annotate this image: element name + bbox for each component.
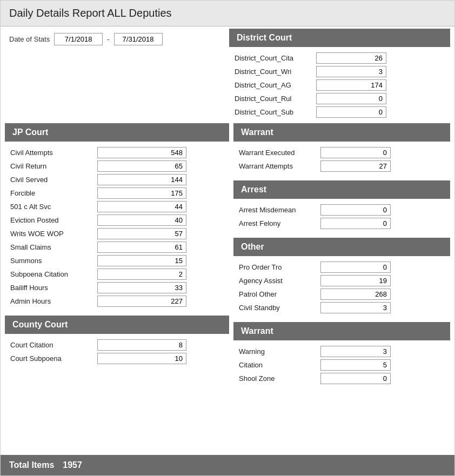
field-row: Civil Return bbox=[10, 160, 224, 172]
field-value[interactable] bbox=[97, 214, 186, 226]
field-label: Civil Attempts bbox=[10, 149, 94, 157]
footer-label: Total Items bbox=[9, 460, 54, 470]
other-body: Pro Order TroAgency AssistPatrol OtherCi… bbox=[233, 258, 450, 319]
warrant-body: Warrant ExecutedWarrant Attempts bbox=[233, 144, 450, 177]
field-label: Warning bbox=[239, 347, 317, 356]
field-label: Arrest Misdemean bbox=[239, 206, 317, 214]
date-start-input[interactable] bbox=[54, 33, 103, 45]
field-row: Small Claims bbox=[10, 242, 224, 253]
field-value[interactable] bbox=[97, 282, 186, 293]
left-column: JP Court Civil AttemptsCivil ReturnCivil… bbox=[5, 123, 229, 373]
field-value[interactable] bbox=[320, 218, 391, 229]
field-value[interactable] bbox=[320, 275, 391, 286]
warrant2-header: Warrant bbox=[233, 322, 450, 340]
field-label: Summons bbox=[10, 257, 94, 265]
field-value[interactable] bbox=[97, 353, 186, 364]
field-label: Eviction Posted bbox=[10, 216, 94, 224]
county-court-section: County Court Court CitationCourt Subpoen… bbox=[5, 316, 229, 370]
field-label: District_Court_AG bbox=[235, 81, 313, 89]
field-value[interactable] bbox=[97, 187, 186, 199]
field-label: Civil Served bbox=[10, 176, 94, 184]
field-row: Forcible bbox=[10, 187, 224, 199]
field-row: Civil Attempts bbox=[10, 147, 224, 158]
field-value[interactable] bbox=[316, 93, 386, 104]
field-value[interactable] bbox=[316, 106, 386, 118]
field-value[interactable] bbox=[320, 302, 391, 313]
field-value[interactable] bbox=[97, 255, 186, 266]
date-end-input[interactable] bbox=[114, 33, 163, 45]
field-label: Patrol Other bbox=[239, 290, 317, 298]
field-value[interactable] bbox=[320, 373, 391, 384]
field-value[interactable] bbox=[97, 269, 186, 280]
right-column: Warrant Warrant ExecutedWarrant Attempts… bbox=[233, 123, 450, 393]
field-row: Court Citation bbox=[10, 339, 224, 351]
field-value[interactable] bbox=[97, 160, 186, 172]
field-label: Warrant Executed bbox=[239, 149, 317, 157]
field-row: Shool Zone bbox=[239, 373, 445, 384]
jp-court-body: Civil AttemptsCivil ReturnCivil ServedFo… bbox=[5, 144, 229, 312]
field-row: Warrant Attempts bbox=[239, 160, 445, 172]
field-label: Warrant Attempts bbox=[239, 162, 317, 170]
field-label: Writs WOE WOP bbox=[10, 230, 94, 238]
field-label: Small Claims bbox=[10, 243, 94, 251]
field-row: 501 c Alt Svc bbox=[10, 201, 224, 212]
field-value[interactable] bbox=[320, 289, 391, 300]
field-value[interactable] bbox=[97, 228, 186, 239]
field-row: Subpoena Citation bbox=[10, 269, 224, 280]
warrant-header: Warrant bbox=[233, 123, 450, 142]
field-row: Court Subpoena bbox=[10, 353, 224, 364]
field-row: Agency Assist bbox=[239, 275, 445, 286]
county-court-body: Court CitationCourt Subpoena bbox=[5, 336, 229, 370]
field-label: Bailiff Hours bbox=[10, 284, 94, 292]
field-label: Court Citation bbox=[10, 341, 94, 349]
footer-bar: Total Items 1957 bbox=[1, 455, 454, 475]
field-row: Civil Served bbox=[10, 174, 224, 185]
field-label: 501 c Alt Svc bbox=[10, 203, 94, 211]
district-court-header: District Court bbox=[229, 29, 450, 47]
page-title: Daily Details Report ALL Deputies bbox=[1, 1, 454, 26]
field-value[interactable] bbox=[97, 296, 186, 307]
jp-court-header: JP Court bbox=[5, 123, 229, 142]
field-row: District_Court_Wri bbox=[235, 66, 445, 77]
field-label: District_Court_Cita bbox=[235, 54, 313, 62]
field-value[interactable] bbox=[320, 147, 391, 158]
field-value[interactable] bbox=[320, 359, 391, 371]
field-row: Civil Standby bbox=[239, 302, 445, 313]
field-value[interactable] bbox=[320, 204, 391, 216]
field-value[interactable] bbox=[316, 66, 386, 77]
field-label: Civil Standby bbox=[239, 304, 317, 312]
field-value[interactable] bbox=[97, 147, 186, 158]
field-label: Pro Order Tro bbox=[239, 263, 317, 271]
field-label: Arrest Felony bbox=[239, 219, 317, 227]
arrest-body: Arrest MisdemeanArrest Felony bbox=[233, 201, 450, 234]
field-row: Warrant Executed bbox=[239, 147, 445, 158]
field-row: District_Court_Rul bbox=[235, 93, 445, 104]
field-value[interactable] bbox=[97, 242, 186, 253]
field-value[interactable] bbox=[97, 174, 186, 185]
warrant-section: Warrant Warrant ExecutedWarrant Attempts bbox=[233, 123, 450, 177]
field-row: Arrest Misdemean bbox=[239, 204, 445, 216]
field-value[interactable] bbox=[320, 346, 391, 357]
field-value[interactable] bbox=[316, 52, 386, 64]
warrant2-body: WarningCitationShool Zone bbox=[233, 343, 450, 390]
field-label: Court Subpoena bbox=[10, 354, 94, 363]
field-row: Pro Order Tro bbox=[239, 262, 445, 273]
field-row: Admin Hours bbox=[10, 296, 224, 307]
field-label: Admin Hours bbox=[10, 297, 94, 305]
field-row: Warning bbox=[239, 346, 445, 357]
field-label: Shool Zone bbox=[239, 374, 317, 383]
field-value[interactable] bbox=[316, 79, 386, 91]
field-row: Eviction Posted bbox=[10, 214, 224, 226]
district-court-body: District_Court_CitaDistrict_Court_WriDis… bbox=[229, 49, 450, 123]
page-container: Daily Details Report ALL Deputies Date o… bbox=[0, 0, 455, 476]
field-label: Subpoena Citation bbox=[10, 270, 94, 278]
jp-court-section: JP Court Civil AttemptsCivil ReturnCivil… bbox=[5, 123, 229, 312]
field-value[interactable] bbox=[320, 160, 391, 172]
field-value[interactable] bbox=[320, 262, 391, 273]
field-label: Civil Return bbox=[10, 162, 94, 170]
field-row: District_Court_AG bbox=[235, 79, 445, 91]
field-row: District_Court_Sub bbox=[235, 106, 445, 118]
field-value[interactable] bbox=[97, 201, 186, 212]
other-section: Other Pro Order TroAgency AssistPatrol O… bbox=[233, 238, 450, 319]
field-value[interactable] bbox=[97, 339, 186, 351]
